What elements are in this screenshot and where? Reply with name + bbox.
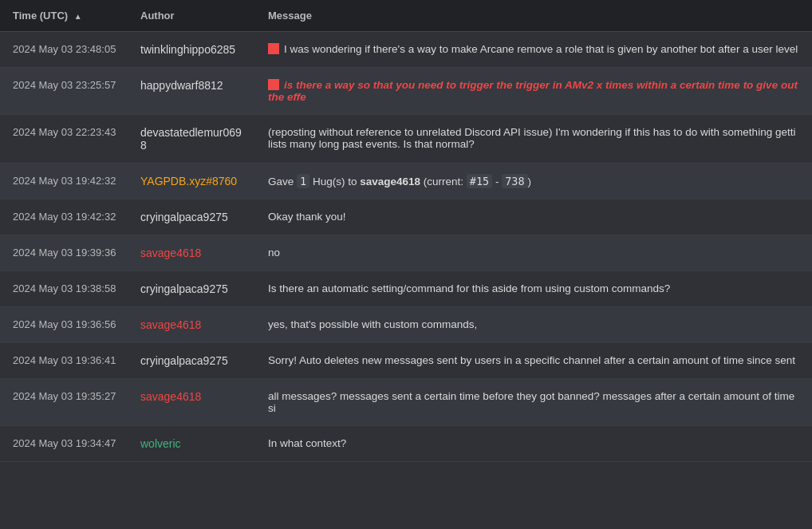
- message-text: is there a way so that you need to trigg…: [268, 79, 798, 103]
- table-row: 2024 May 03 19:38:58cryingalpaca9275Is t…: [0, 271, 812, 307]
- cell-message: yes, that's possible with custom command…: [255, 307, 812, 343]
- cell-message: I was wondering if there's a way to make…: [255, 32, 812, 68]
- cell-time: 2024 May 03 23:25:57: [0, 68, 128, 115]
- flag-icon: [268, 43, 279, 54]
- cell-author: cryingalpaca9275: [128, 343, 255, 379]
- cell-time: 2024 May 03 19:39:36: [0, 235, 128, 271]
- author-name: devastatedlemur0698: [140, 126, 242, 152]
- cell-message: In what context?: [255, 426, 812, 462]
- author-name: cryingalpaca9275: [140, 211, 228, 223]
- cell-author: savage4618: [128, 307, 255, 343]
- cell-author: savage4618: [128, 235, 255, 271]
- table-row: 2024 May 03 19:42:32YAGPDB.xyz#8760Gave …: [0, 164, 812, 199]
- author-name: cryingalpaca9275: [140, 282, 228, 295]
- table-row: 2024 May 03 19:36:56savage4618yes, that'…: [0, 307, 812, 343]
- message-code: #15: [467, 174, 492, 188]
- author-name: cryingalpaca9275: [140, 354, 228, 367]
- author-name: happydwarf8812: [140, 79, 223, 92]
- cell-message: is there a way so that you need to trigg…: [255, 68, 812, 115]
- flag-icon: [268, 79, 279, 90]
- author-name: savage4618: [140, 318, 201, 331]
- cell-message: no: [255, 235, 812, 271]
- cell-author: wolveric: [128, 426, 255, 462]
- sort-asc-icon: ▲: [74, 12, 82, 21]
- cell-time: 2024 May 03 19:36:56: [0, 307, 128, 343]
- author-name: savage4618: [140, 247, 201, 259]
- author-name: twinklinghippo6285: [140, 43, 235, 56]
- table-row: 2024 May 03 19:42:32cryingalpaca9275Okay…: [0, 199, 812, 235]
- table-header-row: Time (UTC) ▲ Author Message: [0, 0, 812, 32]
- cell-author: cryingalpaca9275: [128, 199, 255, 235]
- cell-time: 2024 May 03 19:35:27: [0, 379, 128, 426]
- cell-message: Okay thank you!: [255, 199, 812, 235]
- cell-time: 2024 May 03 19:36:41: [0, 343, 128, 379]
- header-time[interactable]: Time (UTC) ▲: [0, 0, 128, 32]
- cell-author: happydwarf8812: [128, 68, 255, 115]
- table-row: 2024 May 03 23:25:57happydwarf8812is the…: [0, 68, 812, 115]
- cell-time: 2024 May 03 22:23:43: [0, 115, 128, 164]
- cell-message: Gave 1 Hug(s) to savage4618 (current: #1…: [255, 164, 812, 199]
- cell-time: 2024 May 03 19:42:32: [0, 199, 128, 235]
- cell-time: 2024 May 03 19:34:47: [0, 426, 128, 462]
- cell-author: savage4618: [128, 379, 255, 426]
- table-row: 2024 May 03 19:34:47wolvericIn what cont…: [0, 426, 812, 462]
- cell-time: 2024 May 03 19:38:58: [0, 271, 128, 307]
- author-name: savage4618: [140, 390, 201, 403]
- table-row: 2024 May 03 22:23:43devastatedlemur0698(…: [0, 115, 812, 164]
- cell-time: 2024 May 03 19:42:32: [0, 164, 128, 199]
- table-row: 2024 May 03 19:36:41cryingalpaca9275Sorr…: [0, 343, 812, 379]
- header-author[interactable]: Author: [128, 0, 255, 32]
- cell-author: devastatedlemur0698: [128, 115, 255, 164]
- table-row: 2024 May 03 19:35:27savage4618all messag…: [0, 379, 812, 426]
- message-text: I was wondering if there's a way to make…: [284, 43, 798, 55]
- header-message[interactable]: Message: [255, 0, 812, 32]
- message-log-table: Time (UTC) ▲ Author Message 2024 May 03 …: [0, 0, 812, 462]
- cell-message: all messages? messages sent a certain ti…: [255, 379, 812, 426]
- cell-time: 2024 May 03 23:48:05: [0, 32, 128, 68]
- message-code: 738: [502, 174, 527, 188]
- cell-author: twinklinghippo6285: [128, 32, 255, 68]
- cell-message: Sorry! Auto deletes new messages sent by…: [255, 343, 812, 379]
- cell-author: YAGPDB.xyz#8760: [128, 164, 255, 199]
- message-code: 1: [297, 174, 309, 188]
- cell-author: cryingalpaca9275: [128, 271, 255, 307]
- table-row: 2024 May 03 19:39:36savage4618no: [0, 235, 812, 271]
- cell-message: (reposting without reference to unrelate…: [255, 115, 812, 164]
- author-name: wolveric: [140, 437, 181, 450]
- table-row: 2024 May 03 23:48:05twinklinghippo6285I …: [0, 32, 812, 68]
- author-name: YAGPDB.xyz#8760: [140, 175, 237, 188]
- cell-message: Is there an automatic setting/command fo…: [255, 271, 812, 307]
- message-bold: savage4618: [360, 176, 420, 188]
